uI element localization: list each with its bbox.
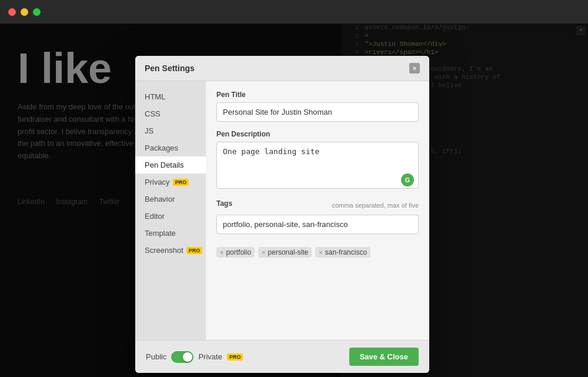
sidebar-item-css[interactable]: CSS xyxy=(135,105,206,122)
modal-header: Pen Settings × xyxy=(135,56,429,81)
private-label: Private xyxy=(198,352,222,361)
privacy-toggle-section: Public Private PRO xyxy=(146,351,243,363)
tag-remove-personal-site[interactable]: × xyxy=(262,249,265,256)
private-pro-badge: PRO xyxy=(227,353,243,361)
sidebar-item-html[interactable]: HTML xyxy=(135,88,206,105)
modal-sidebar: HTML CSS JS Packages Pen Details Privacy… xyxy=(135,81,206,340)
toggle-knob xyxy=(183,352,192,362)
modal-title: Pen Settings xyxy=(145,64,195,73)
tag-chip-portfolio: × portfolio xyxy=(216,247,255,258)
privacy-toggle[interactable] xyxy=(171,351,193,363)
tags-chips: × portfolio × personal-site × san-franci… xyxy=(216,247,419,258)
tag-remove-portfolio[interactable]: × xyxy=(220,249,223,256)
tag-remove-san-francisco[interactable]: × xyxy=(319,249,322,256)
title-bar xyxy=(0,0,588,24)
pen-title-label: Pen Title xyxy=(216,91,419,99)
sidebar-item-js[interactable]: JS xyxy=(135,122,206,139)
pen-description-input[interactable]: One page landing site xyxy=(216,142,419,189)
sidebar-item-privacy[interactable]: Privacy PRO xyxy=(135,174,206,191)
sidebar-item-screenshot[interactable]: Screenshot PRO xyxy=(135,242,206,259)
pen-settings-modal: Pen Settings × HTML CSS JS Packages Pen … xyxy=(135,56,429,373)
public-label: Public xyxy=(146,352,166,361)
pen-title-input[interactable] xyxy=(216,102,419,122)
modal-body: HTML CSS JS Packages Pen Details Privacy… xyxy=(135,81,429,340)
sidebar-item-packages[interactable]: Packages xyxy=(135,139,206,156)
traffic-light-green[interactable] xyxy=(33,8,41,16)
sidebar-item-behavior[interactable]: Behavior xyxy=(135,191,206,208)
sidebar-item-template[interactable]: Template xyxy=(135,225,206,242)
pen-description-wrap: One page landing site G xyxy=(216,142,419,191)
screenshot-pro-badge: PRO xyxy=(186,247,203,254)
tags-hint: comma separated, max of five xyxy=(332,202,419,209)
toggle-wrap xyxy=(171,351,193,363)
save-close-button[interactable]: Save & Close xyxy=(349,348,419,366)
modal-close-button[interactable]: × xyxy=(409,63,420,74)
tags-header: Tags comma separated, max of five xyxy=(216,199,419,211)
grammarly-icon: G xyxy=(401,174,414,186)
tag-chip-personal-site: × personal-site xyxy=(258,247,312,258)
tags-input[interactable] xyxy=(216,215,419,234)
sidebar-item-editor[interactable]: Editor xyxy=(135,208,206,225)
tags-label: Tags xyxy=(216,199,232,208)
tag-chip-san-francisco: × san-francisco xyxy=(315,247,370,258)
sidebar-item-pen-details[interactable]: Pen Details xyxy=(135,156,206,174)
traffic-light-red[interactable] xyxy=(8,8,16,16)
traffic-light-yellow[interactable] xyxy=(21,8,28,16)
modal-main-content: Pen Title Pen Description One page landi… xyxy=(206,81,429,340)
modal-footer: Public Private PRO Save & Close xyxy=(135,340,429,373)
privacy-pro-badge: PRO xyxy=(173,179,189,186)
pen-description-label: Pen Description xyxy=(216,130,419,138)
